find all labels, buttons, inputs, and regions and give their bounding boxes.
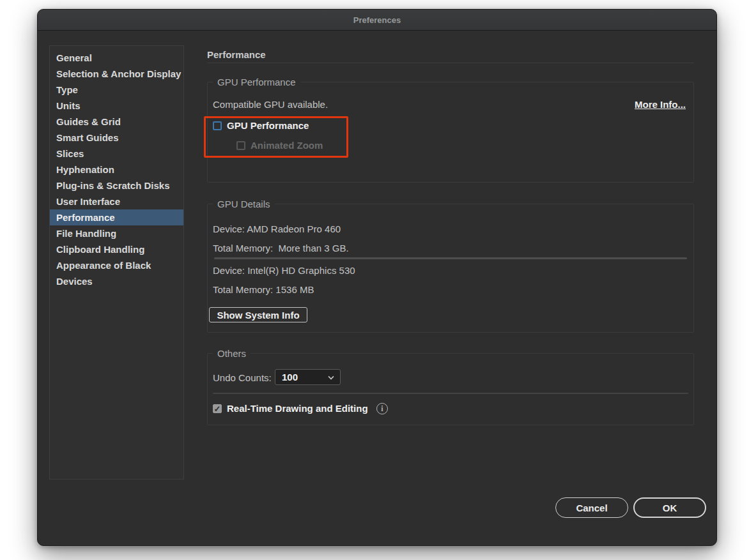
sidebar-item-clipboard-handling[interactable]: Clipboard Handling (50, 241, 183, 257)
others-legend: Others (213, 348, 251, 359)
title-bar[interactable]: Preferences (38, 10, 716, 31)
sidebar-item-file-handling[interactable]: File Handling (50, 225, 183, 241)
info-icon-letter: i (381, 404, 383, 413)
more-info-link[interactable]: More Info... (635, 99, 686, 110)
sidebar-item-type[interactable]: Type (50, 82, 183, 98)
performance-panel: Performance GPU Performance Compatible G… (207, 40, 694, 538)
sidebar-item-devices[interactable]: Devices (50, 273, 183, 289)
preferences-category-list: General Selection & Anchor Display Type … (49, 45, 184, 480)
sidebar-item-plugins-scratch-disks[interactable]: Plug-ins & Scratch Disks (50, 178, 183, 193)
gpu-details-group: GPU Details Device: AMD Radeon Pro 460 T… (207, 204, 694, 333)
sidebar-item-general[interactable]: General (50, 50, 183, 66)
title-divider (207, 63, 694, 63)
gpu-device-1: Device: AMD Radeon Pro 460 (213, 223, 341, 234)
gpu-device-2: Device: Intel(R) HD Graphics 530 (213, 265, 355, 276)
check-icon: ✓ (214, 404, 221, 414)
gpu-memory-2: Total Memory: 1536 MB (213, 284, 314, 295)
undo-counts-value: 100 (282, 372, 298, 382)
sidebar-item-appearance-of-black[interactable]: Appearance of Black (50, 257, 183, 273)
sidebar-item-performance[interactable]: Performance (50, 209, 183, 225)
gpu-performance-checkbox-label[interactable]: GPU Performance (227, 120, 309, 131)
sidebar-item-guides-grid[interactable]: Guides & Grid (50, 114, 183, 130)
window-title: Preferences (353, 15, 401, 25)
others-divider (213, 393, 688, 394)
animated-zoom-checkbox (236, 141, 245, 150)
others-group: Others Undo Counts: 100 ✓ Real-Time Draw… (207, 353, 694, 425)
sidebar-item-units[interactable]: Units (50, 98, 183, 114)
undo-counts-select[interactable]: 100 (275, 369, 341, 385)
undo-counts-label: Undo Counts: (213, 372, 272, 383)
sidebar-item-selection-anchor-display[interactable]: Selection & Anchor Display (50, 66, 183, 82)
gpu-performance-checkbox[interactable] (213, 121, 222, 130)
sidebar-item-user-interface[interactable]: User Interface (50, 193, 183, 209)
page-title: Performance (207, 49, 266, 60)
gpu-performance-legend: GPU Performance (213, 77, 300, 87)
cancel-button[interactable]: Cancel (555, 497, 628, 518)
show-system-info-button[interactable]: Show System Info (209, 307, 307, 322)
gpu-details-legend: GPU Details (213, 199, 275, 209)
gpu-performance-group: GPU Performance Compatible GPU available… (207, 82, 694, 183)
ok-button[interactable]: OK (633, 497, 706, 518)
gpu-status-text: Compatible GPU available. (213, 99, 328, 110)
realtime-drawing-checkbox-label[interactable]: Real-Time Drawing and Editing (227, 403, 368, 414)
gpu-memory-1: Total Memory: More than 3 GB. (213, 243, 349, 254)
sidebar-item-smart-guides[interactable]: Smart Guides (50, 130, 183, 146)
info-icon[interactable]: i (376, 403, 388, 414)
animated-zoom-checkbox-label: Animated Zoom (251, 140, 323, 151)
preferences-dialog: Preferences General Selection & Anchor D… (37, 9, 717, 546)
sidebar-item-slices[interactable]: Slices (50, 146, 183, 162)
chevron-down-icon (328, 374, 334, 379)
gpu-details-divider (214, 257, 687, 259)
sidebar-item-hyphenation[interactable]: Hyphenation (50, 162, 183, 178)
realtime-drawing-checkbox[interactable]: ✓ (213, 404, 222, 413)
